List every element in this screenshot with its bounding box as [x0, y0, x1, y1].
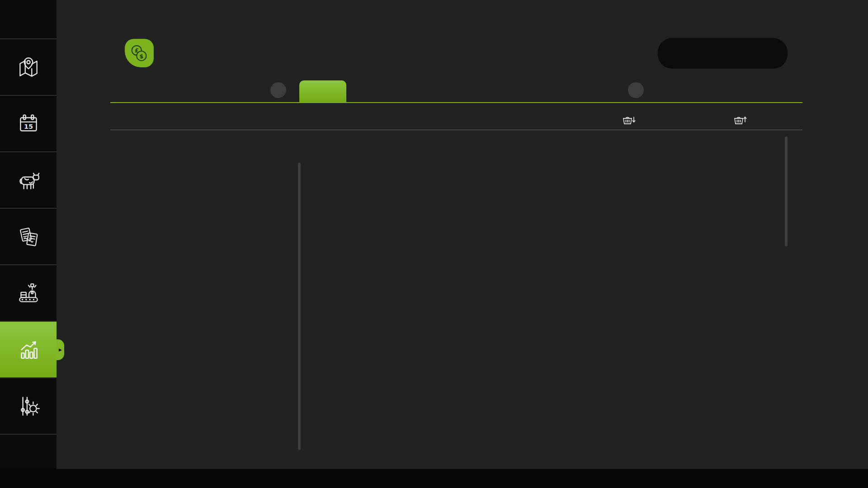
tab-underline — [110, 102, 802, 103]
tab-active-prices[interactable] — [299, 80, 346, 103]
map-icon — [15, 54, 42, 80]
sidebar-item-statistics[interactable]: ▶ — [0, 322, 57, 378]
active-menu-pointer-icon: ▶ — [57, 339, 64, 360]
fruit-list-scrollbar[interactable] — [298, 163, 301, 450]
statistics-icon — [15, 337, 42, 363]
production-icon — [15, 280, 42, 306]
footer-bar — [0, 469, 868, 488]
settings-icon — [15, 393, 42, 419]
sidebar-spacer — [0, 0, 57, 39]
calendar-icon: 15 — [15, 111, 42, 137]
prices-screen: 15 — [0, 0, 868, 488]
sidebar-item-contracts[interactable] — [0, 209, 57, 265]
sidebar-item-production[interactable] — [0, 265, 57, 322]
tabs-next-arrow[interactable] — [628, 82, 644, 98]
tabs-prev-arrow[interactable] — [270, 82, 286, 98]
sidebar-item-map[interactable] — [0, 39, 57, 96]
prices-icon: £ $ — [125, 39, 154, 67]
svg-text:$: $ — [139, 52, 143, 59]
sidebar-item-animals[interactable] — [0, 152, 57, 209]
svg-text:15: 15 — [24, 123, 33, 130]
buy-basket-icon — [622, 115, 636, 125]
sidebar-item-calendar[interactable]: 15 — [0, 96, 57, 152]
animals-icon — [15, 167, 42, 193]
sidebar-item-settings[interactable] — [0, 378, 57, 435]
coins-icon: £ $ — [127, 42, 151, 65]
price-chart — [315, 271, 785, 456]
station-list-scrollbar[interactable] — [785, 136, 788, 246]
table-header-divider — [110, 130, 802, 130]
contracts-icon — [15, 224, 42, 250]
sidebar: 15 — [0, 0, 57, 488]
sell-basket-icon — [733, 115, 747, 125]
balance-display — [658, 38, 788, 69]
